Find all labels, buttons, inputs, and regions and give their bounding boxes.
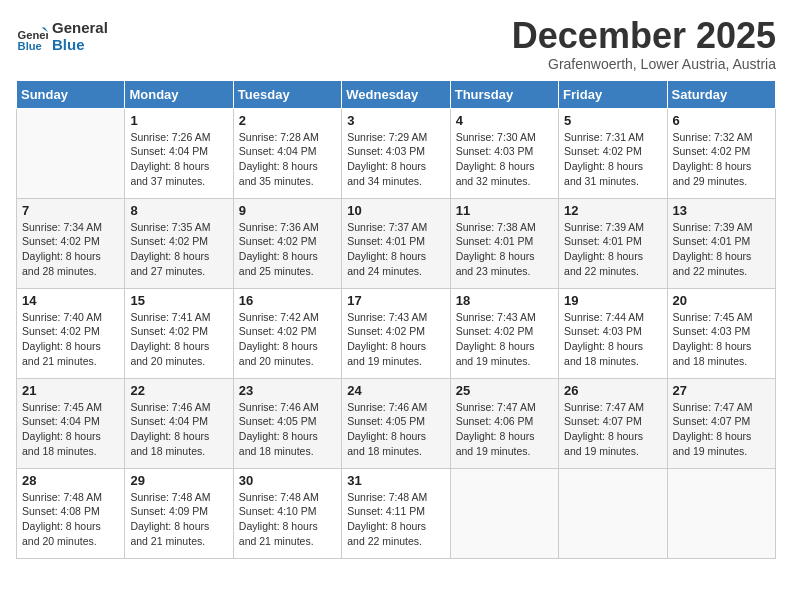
logo-text-line1: General: [52, 20, 108, 37]
calendar-cell: 11Sunrise: 7:38 AMSunset: 4:01 PMDayligh…: [450, 198, 558, 288]
calendar-cell: 8Sunrise: 7:35 AMSunset: 4:02 PMDaylight…: [125, 198, 233, 288]
col-header-monday: Monday: [125, 80, 233, 108]
calendar-cell: 4Sunrise: 7:30 AMSunset: 4:03 PMDaylight…: [450, 108, 558, 198]
calendar-cell: [667, 468, 775, 558]
col-header-thursday: Thursday: [450, 80, 558, 108]
calendar-cell: 28Sunrise: 7:48 AMSunset: 4:08 PMDayligh…: [17, 468, 125, 558]
calendar-week-row: 21Sunrise: 7:45 AMSunset: 4:04 PMDayligh…: [17, 378, 776, 468]
day-info: Sunrise: 7:46 AMSunset: 4:05 PMDaylight:…: [239, 400, 336, 459]
logo-icon: General Blue: [16, 21, 48, 53]
calendar-cell: 6Sunrise: 7:32 AMSunset: 4:02 PMDaylight…: [667, 108, 775, 198]
day-info: Sunrise: 7:47 AMSunset: 4:06 PMDaylight:…: [456, 400, 553, 459]
calendar-cell: 13Sunrise: 7:39 AMSunset: 4:01 PMDayligh…: [667, 198, 775, 288]
calendar-cell: [559, 468, 667, 558]
day-number: 11: [456, 203, 553, 218]
calendar-cell: 12Sunrise: 7:39 AMSunset: 4:01 PMDayligh…: [559, 198, 667, 288]
col-header-tuesday: Tuesday: [233, 80, 341, 108]
col-header-saturday: Saturday: [667, 80, 775, 108]
calendar-cell: 7Sunrise: 7:34 AMSunset: 4:02 PMDaylight…: [17, 198, 125, 288]
day-info: Sunrise: 7:32 AMSunset: 4:02 PMDaylight:…: [673, 130, 770, 189]
calendar-cell: 16Sunrise: 7:42 AMSunset: 4:02 PMDayligh…: [233, 288, 341, 378]
day-number: 25: [456, 383, 553, 398]
day-number: 14: [22, 293, 119, 308]
calendar-cell: 31Sunrise: 7:48 AMSunset: 4:11 PMDayligh…: [342, 468, 450, 558]
day-info: Sunrise: 7:48 AMSunset: 4:11 PMDaylight:…: [347, 490, 444, 549]
calendar-cell: 29Sunrise: 7:48 AMSunset: 4:09 PMDayligh…: [125, 468, 233, 558]
col-header-friday: Friday: [559, 80, 667, 108]
calendar-cell: 15Sunrise: 7:41 AMSunset: 4:02 PMDayligh…: [125, 288, 233, 378]
day-number: 9: [239, 203, 336, 218]
title-block: December 2025 Grafenwoerth, Lower Austri…: [512, 16, 776, 72]
calendar-cell: 30Sunrise: 7:48 AMSunset: 4:10 PMDayligh…: [233, 468, 341, 558]
day-number: 27: [673, 383, 770, 398]
day-info: Sunrise: 7:45 AMSunset: 4:03 PMDaylight:…: [673, 310, 770, 369]
day-info: Sunrise: 7:45 AMSunset: 4:04 PMDaylight:…: [22, 400, 119, 459]
calendar-cell: 18Sunrise: 7:43 AMSunset: 4:02 PMDayligh…: [450, 288, 558, 378]
day-info: Sunrise: 7:48 AMSunset: 4:10 PMDaylight:…: [239, 490, 336, 549]
calendar-cell: 9Sunrise: 7:36 AMSunset: 4:02 PMDaylight…: [233, 198, 341, 288]
calendar-cell: [17, 108, 125, 198]
calendar-cell: 27Sunrise: 7:47 AMSunset: 4:07 PMDayligh…: [667, 378, 775, 468]
day-number: 15: [130, 293, 227, 308]
svg-text:Blue: Blue: [18, 39, 42, 51]
calendar-cell: 25Sunrise: 7:47 AMSunset: 4:06 PMDayligh…: [450, 378, 558, 468]
day-number: 28: [22, 473, 119, 488]
day-info: Sunrise: 7:42 AMSunset: 4:02 PMDaylight:…: [239, 310, 336, 369]
day-info: Sunrise: 7:39 AMSunset: 4:01 PMDaylight:…: [673, 220, 770, 279]
logo-text-line2: Blue: [52, 37, 108, 54]
calendar-cell: 20Sunrise: 7:45 AMSunset: 4:03 PMDayligh…: [667, 288, 775, 378]
day-number: 20: [673, 293, 770, 308]
day-number: 10: [347, 203, 444, 218]
calendar-week-row: 14Sunrise: 7:40 AMSunset: 4:02 PMDayligh…: [17, 288, 776, 378]
day-info: Sunrise: 7:46 AMSunset: 4:05 PMDaylight:…: [347, 400, 444, 459]
calendar-cell: 22Sunrise: 7:46 AMSunset: 4:04 PMDayligh…: [125, 378, 233, 468]
day-number: 13: [673, 203, 770, 218]
calendar-cell: 26Sunrise: 7:47 AMSunset: 4:07 PMDayligh…: [559, 378, 667, 468]
calendar-cell: 21Sunrise: 7:45 AMSunset: 4:04 PMDayligh…: [17, 378, 125, 468]
day-number: 18: [456, 293, 553, 308]
calendar-cell: 14Sunrise: 7:40 AMSunset: 4:02 PMDayligh…: [17, 288, 125, 378]
col-header-wednesday: Wednesday: [342, 80, 450, 108]
day-info: Sunrise: 7:48 AMSunset: 4:09 PMDaylight:…: [130, 490, 227, 549]
day-number: 30: [239, 473, 336, 488]
day-number: 31: [347, 473, 444, 488]
day-info: Sunrise: 7:31 AMSunset: 4:02 PMDaylight:…: [564, 130, 661, 189]
calendar-cell: 5Sunrise: 7:31 AMSunset: 4:02 PMDaylight…: [559, 108, 667, 198]
month-title: December 2025: [512, 16, 776, 56]
calendar-cell: 1Sunrise: 7:26 AMSunset: 4:04 PMDaylight…: [125, 108, 233, 198]
day-number: 6: [673, 113, 770, 128]
day-number: 21: [22, 383, 119, 398]
svg-text:General: General: [18, 28, 48, 40]
day-info: Sunrise: 7:40 AMSunset: 4:02 PMDaylight:…: [22, 310, 119, 369]
day-info: Sunrise: 7:29 AMSunset: 4:03 PMDaylight:…: [347, 130, 444, 189]
calendar-week-row: 1Sunrise: 7:26 AMSunset: 4:04 PMDaylight…: [17, 108, 776, 198]
calendar-cell: 19Sunrise: 7:44 AMSunset: 4:03 PMDayligh…: [559, 288, 667, 378]
day-info: Sunrise: 7:46 AMSunset: 4:04 PMDaylight:…: [130, 400, 227, 459]
day-number: 24: [347, 383, 444, 398]
day-number: 4: [456, 113, 553, 128]
day-info: Sunrise: 7:38 AMSunset: 4:01 PMDaylight:…: [456, 220, 553, 279]
day-info: Sunrise: 7:36 AMSunset: 4:02 PMDaylight:…: [239, 220, 336, 279]
day-info: Sunrise: 7:39 AMSunset: 4:01 PMDaylight:…: [564, 220, 661, 279]
calendar-cell: 2Sunrise: 7:28 AMSunset: 4:04 PMDaylight…: [233, 108, 341, 198]
day-number: 29: [130, 473, 227, 488]
day-number: 26: [564, 383, 661, 398]
day-info: Sunrise: 7:43 AMSunset: 4:02 PMDaylight:…: [347, 310, 444, 369]
day-info: Sunrise: 7:44 AMSunset: 4:03 PMDaylight:…: [564, 310, 661, 369]
day-info: Sunrise: 7:34 AMSunset: 4:02 PMDaylight:…: [22, 220, 119, 279]
day-number: 16: [239, 293, 336, 308]
day-info: Sunrise: 7:48 AMSunset: 4:08 PMDaylight:…: [22, 490, 119, 549]
location-subtitle: Grafenwoerth, Lower Austria, Austria: [512, 56, 776, 72]
day-number: 5: [564, 113, 661, 128]
day-number: 17: [347, 293, 444, 308]
calendar-week-row: 28Sunrise: 7:48 AMSunset: 4:08 PMDayligh…: [17, 468, 776, 558]
calendar-cell: 3Sunrise: 7:29 AMSunset: 4:03 PMDaylight…: [342, 108, 450, 198]
day-number: 7: [22, 203, 119, 218]
day-info: Sunrise: 7:30 AMSunset: 4:03 PMDaylight:…: [456, 130, 553, 189]
day-number: 1: [130, 113, 227, 128]
day-info: Sunrise: 7:47 AMSunset: 4:07 PMDaylight:…: [564, 400, 661, 459]
day-number: 12: [564, 203, 661, 218]
day-number: 22: [130, 383, 227, 398]
day-info: Sunrise: 7:26 AMSunset: 4:04 PMDaylight:…: [130, 130, 227, 189]
day-number: 2: [239, 113, 336, 128]
